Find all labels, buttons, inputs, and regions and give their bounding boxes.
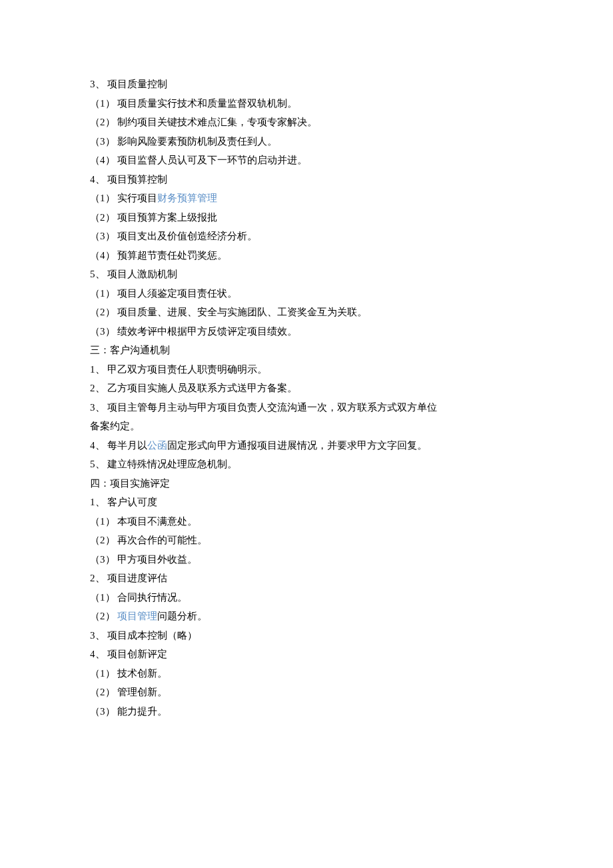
- text-line: （2） 项目质量、进展、安全与实施团队、工资奖金互为关联。: [90, 303, 523, 322]
- text-line: （1） 合同执行情况。: [90, 588, 523, 607]
- text-line: 4、 每半月以公函固定形式向甲方通报项目进展情况，并要求甲方文字回复。: [90, 436, 523, 455]
- hyperlink-text[interactable]: 财务预算管理: [157, 193, 217, 203]
- body-text: 4、 项目预算控制: [90, 174, 167, 185]
- text-line: 3、 项目成本控制（略）: [90, 626, 523, 645]
- body-text: 2、 乙方项目实施人员及联系方式送甲方备案。: [90, 383, 297, 393]
- text-line: （2） 项目管理问题分析。: [90, 607, 523, 626]
- text-line: （1） 项目人须鉴定项目责任状。: [90, 284, 523, 303]
- body-text: 4、 项目创新评定: [90, 649, 167, 659]
- body-text: （1） 合同执行情况。: [90, 592, 187, 603]
- text-line: （1） 技术创新。: [90, 664, 523, 683]
- body-text: （1） 项目质量实行技术和质量监督双轨机制。: [90, 98, 297, 109]
- body-text: （1） 实行项目: [90, 193, 157, 203]
- body-text: （1） 技术创新。: [90, 668, 167, 679]
- body-text: （2） 项目质量、进展、安全与实施团队、工资奖金互为关联。: [90, 307, 367, 317]
- hyperlink-text[interactable]: 项目管理: [117, 611, 157, 621]
- body-text: （2） 管理创新。: [90, 687, 167, 697]
- body-text: 1、 甲乙双方项目责任人职责明确明示。: [90, 364, 267, 375]
- text-line: （1） 实行项目财务预算管理: [90, 189, 523, 208]
- text-line: 1、 客户认可度: [90, 493, 523, 512]
- body-text: 4、 每半月以: [90, 440, 147, 451]
- text-line: 三：客户沟通机制: [90, 341, 523, 360]
- text-line: （3） 甲方项目外收益。: [90, 550, 523, 569]
- body-text: （2） 再次合作的可能性。: [90, 535, 207, 545]
- body-text: （3） 项目支出及价值创造经济分析。: [90, 231, 257, 241]
- text-line: 5、 建立特殊情况处理应急机制。: [90, 455, 523, 474]
- text-line: （1） 本项目不满意处。: [90, 512, 523, 531]
- text-line: 3、 项目质量控制: [90, 75, 523, 94]
- body-text: （1） 本项目不满意处。: [90, 516, 197, 527]
- text-line: 4、 项目创新评定: [90, 645, 523, 664]
- body-text: 固定形式向甲方通报项目进展情况，并要求甲方文字回复。: [167, 440, 427, 451]
- document-page: 3、 项目质量控制（1） 项目质量实行技术和质量监督双轨机制。（2） 制约项目关…: [0, 0, 613, 868]
- body-text: 问题分析。: [157, 611, 207, 621]
- text-line: 1、 甲乙双方项目责任人职责明确明示。: [90, 360, 523, 379]
- text-line: （4） 项目监督人员认可及下一环节的启动并进。: [90, 151, 523, 170]
- body-text: （2） 项目预算方案上级报批: [90, 212, 217, 223]
- body-text: （3） 影响风险要素预防机制及责任到人。: [90, 136, 277, 147]
- text-line: （4） 预算超节责任处罚奖惩。: [90, 246, 523, 265]
- body-text: 3、 项目主管每月主动与甲方项目负责人交流沟通一次，双方联系方式双方单位: [90, 402, 437, 413]
- body-text: 3、 项目质量控制: [90, 79, 167, 89]
- text-line: （3） 影响风险要素预防机制及责任到人。: [90, 132, 523, 151]
- text-line: 5、 项目人激励机制: [90, 265, 523, 284]
- text-line: （3） 能力提升。: [90, 702, 523, 721]
- text-line: 备案约定。: [90, 417, 523, 436]
- body-text: （2）: [90, 611, 117, 621]
- document-body: 3、 项目质量控制（1） 项目质量实行技术和质量监督双轨机制。（2） 制约项目关…: [90, 75, 523, 721]
- text-line: 2、 项目进度评估: [90, 569, 523, 588]
- text-line: 4、 项目预算控制: [90, 170, 523, 189]
- body-text: （3） 能力提升。: [90, 706, 167, 717]
- text-line: （2） 再次合作的可能性。: [90, 531, 523, 550]
- body-text: 三：客户沟通机制: [90, 345, 170, 355]
- body-text: 备案约定。: [90, 421, 140, 431]
- text-line: （2） 管理创新。: [90, 683, 523, 702]
- body-text: （2） 制约项目关键技术难点汇集，专项专家解决。: [90, 117, 317, 127]
- body-text: 3、 项目成本控制（略）: [90, 630, 197, 641]
- text-line: （3） 绩效考评中根据甲方反馈评定项目绩效。: [90, 322, 523, 341]
- text-line: （1） 项目质量实行技术和质量监督双轨机制。: [90, 94, 523, 113]
- body-text: （4） 预算超节责任处罚奖惩。: [90, 250, 227, 261]
- body-text: （3） 绩效考评中根据甲方反馈评定项目绩效。: [90, 326, 297, 337]
- text-line: 四：项目实施评定: [90, 474, 523, 493]
- body-text: 5、 项目人激励机制: [90, 269, 177, 279]
- body-text: 1、 客户认可度: [90, 497, 157, 507]
- text-line: （2） 制约项目关键技术难点汇集，专项专家解决。: [90, 113, 523, 132]
- text-line: （2） 项目预算方案上级报批: [90, 208, 523, 227]
- body-text: 2、 项目进度评估: [90, 573, 167, 583]
- text-line: 2、 乙方项目实施人员及联系方式送甲方备案。: [90, 379, 523, 398]
- text-line: （3） 项目支出及价值创造经济分析。: [90, 227, 523, 246]
- body-text: 四：项目实施评定: [90, 478, 170, 489]
- hyperlink-text[interactable]: 公函: [147, 440, 167, 451]
- body-text: （3） 甲方项目外收益。: [90, 554, 197, 565]
- body-text: 5、 建立特殊情况处理应急机制。: [90, 459, 237, 469]
- text-line: 3、 项目主管每月主动与甲方项目负责人交流沟通一次，双方联系方式双方单位: [90, 398, 523, 417]
- body-text: （4） 项目监督人员认可及下一环节的启动并进。: [90, 155, 307, 165]
- body-text: （1） 项目人须鉴定项目责任状。: [90, 288, 237, 299]
